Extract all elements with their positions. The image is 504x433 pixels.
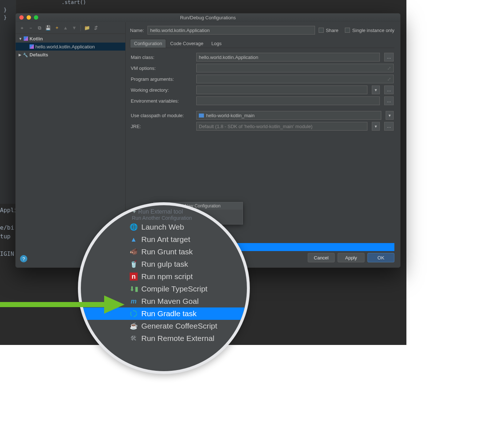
tree-item-application[interactable]: hello.world.kotlin.Application (16, 43, 125, 51)
dropdown-button[interactable]: ▼ (372, 122, 380, 131)
wrench-settings-icon[interactable]: ✦ (54, 25, 60, 31)
vm-options-input[interactable]: ⤢ (196, 64, 394, 72)
lens-item-remote[interactable]: 🛠Run Remote External (81, 332, 247, 345)
tree-item-label: hello.world.kotlin.Application (35, 44, 95, 49)
collapse-icon[interactable]: ⇵ (92, 25, 99, 31)
classpath-label: Use classpath of module: (131, 113, 192, 118)
jre-select[interactable]: Default (1.8 - SDK of 'hello-world-kotli… (196, 122, 367, 131)
program-args-label: Program arguments: (131, 76, 192, 82)
tab-logs[interactable]: Logs (207, 39, 225, 48)
tree-group-label: Kotlin (29, 36, 43, 41)
window-controls (19, 15, 38, 20)
minimize-icon[interactable] (27, 15, 31, 20)
close-icon[interactable] (19, 15, 24, 20)
chevron-down-icon: ▼ (19, 37, 22, 41)
tree-kotlin-group[interactable]: ▼ Kotlin (16, 35, 125, 43)
lens-item-npm[interactable]: nRun npm script (81, 270, 247, 283)
kotlin-icon (29, 44, 34, 49)
cancel-button[interactable]: Cancel (308, 253, 335, 262)
working-dir-label: Working directory: (131, 87, 192, 93)
share-checkbox[interactable]: Share (319, 28, 339, 33)
browse-button[interactable]: … (384, 122, 394, 131)
maximize-icon[interactable] (34, 15, 38, 20)
code-fragment: .start() }} (40, 0, 86, 6)
callout-arrow (0, 295, 127, 313)
svg-point-0 (131, 311, 137, 317)
copy-icon[interactable]: ⧉ (36, 25, 43, 31)
tree-defaults-group[interactable]: ▶ Defaults (16, 51, 125, 59)
single-instance-checkbox[interactable]: Single instance only (345, 28, 394, 33)
remove-icon[interactable]: － (27, 25, 34, 31)
down-icon[interactable]: ▼ (71, 25, 78, 31)
lens-item-gulp[interactable]: 🥤Run gulp task (81, 258, 247, 270)
dropdown-button[interactable]: ▼ (386, 111, 394, 120)
browse-button[interactable]: … (384, 96, 394, 105)
browse-button[interactable]: … (384, 53, 394, 61)
env-vars-input[interactable] (196, 96, 380, 105)
browse-button[interactable]: … (384, 86, 394, 94)
working-dir-input[interactable] (196, 86, 367, 94)
wrench-icon (23, 52, 28, 57)
lens-item-grunt[interactable]: 🐗Run Grunt task (81, 246, 247, 258)
main-class-input[interactable]: hello.world.kotlin.Application (196, 53, 380, 61)
tree-group-label: Defaults (29, 52, 48, 57)
tabs: Configuration Code Coverage Logs (130, 39, 394, 48)
program-args-input[interactable]: ⤢ (196, 75, 394, 83)
help-button[interactable]: ? (20, 255, 27, 262)
vm-options-label: VM options: (131, 65, 192, 71)
jre-label: JRE: (131, 124, 192, 129)
name-label: Name: (130, 28, 144, 33)
add-icon[interactable]: ＋ (19, 25, 25, 31)
ok-button[interactable]: OK (367, 253, 394, 262)
tab-code-coverage[interactable]: Code Coverage (166, 39, 207, 48)
save-icon[interactable]: 💾 (45, 25, 51, 31)
name-input[interactable] (147, 26, 315, 35)
tab-configuration[interactable]: Configuration (130, 39, 166, 48)
dropdown-button[interactable]: ▼ (372, 86, 380, 94)
chevron-right-icon: ▶ (19, 53, 21, 57)
expand-icon[interactable]: ⤢ (387, 76, 391, 82)
classpath-select[interactable]: hello-world-kotlin_main (196, 111, 381, 120)
up-icon[interactable]: ▲ (62, 25, 69, 31)
lens-item-coffee[interactable]: ☕Generate CoffeeScript (81, 320, 247, 332)
expand-icon[interactable]: ⤢ (387, 65, 391, 71)
dialog-titlebar[interactable]: Run/Debug Configurations (16, 13, 400, 22)
sidebar-toolbar: ＋ － ⧉ 💾 ✦ ▲ ▼ 📁 ⇵ (16, 22, 125, 34)
env-vars-label: Environment variables: (131, 98, 192, 104)
lens-item-ant[interactable]: ▲Run Ant target (81, 233, 247, 246)
lens-item-ts[interactable]: ⬇▮Compile TypeScript (81, 283, 247, 295)
dialog-title: Run/Debug Configurations (180, 15, 236, 20)
module-icon (199, 114, 204, 118)
kotlin-icon (24, 36, 28, 41)
editor-gutter (0, 0, 16, 204)
main-class-label: Main class: (131, 55, 192, 60)
folder-icon[interactable]: 📁 (84, 25, 90, 31)
magnifier-lens: Add New Configuration ✦ Run External too… (78, 202, 250, 374)
apply-button[interactable]: Apply (338, 253, 365, 262)
